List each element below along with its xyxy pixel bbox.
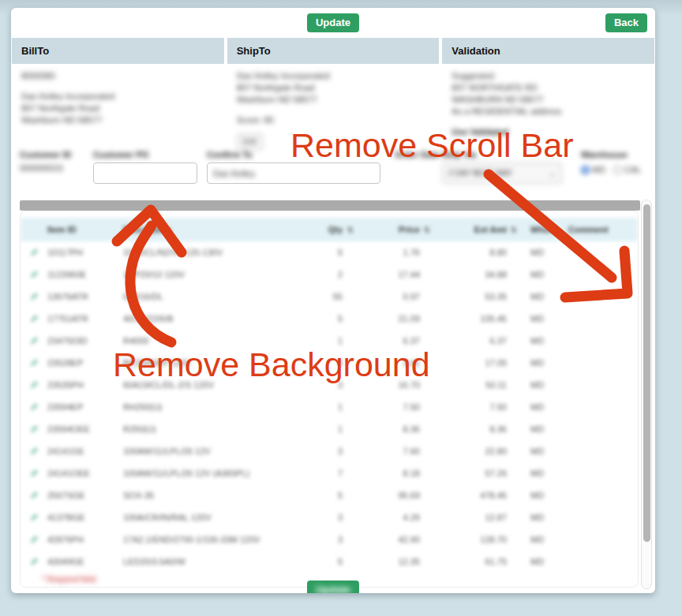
edit-row-icon[interactable]: ✎ bbox=[21, 534, 47, 546]
billto-address: 8000080 Dan Kelley Incorporated 807 Nort… bbox=[12, 64, 224, 149]
cell-description: R4000 bbox=[123, 336, 297, 345]
col-description[interactable]: Description bbox=[123, 225, 297, 234]
table-body: ✎ 10117PH 1016/CL/N2/V6 120-130V 5 1.76 … bbox=[21, 241, 638, 573]
customer-id-label: Customer ID bbox=[20, 150, 71, 159]
edit-row-icon[interactable]: ✎ bbox=[21, 379, 47, 391]
table-row: ✎ 2567SGE SOX-35 5 95.69 478.45 MD bbox=[21, 484, 638, 506]
col-ext-amt[interactable]: Ext Amt bbox=[434, 225, 507, 234]
edit-row-icon[interactable]: ✎ bbox=[21, 446, 47, 457]
cell-price: 95.69 bbox=[358, 491, 420, 500]
shipto-line: Washburn ND 58577 bbox=[237, 94, 440, 106]
warehouse-field: Warehouse MD CAL bbox=[581, 150, 642, 174]
edit-row-icon[interactable]: ✎ bbox=[21, 490, 47, 502]
edit-row-icon[interactable]: ✎ bbox=[21, 313, 47, 325]
warehouse-radio-cal[interactable]: CAL bbox=[613, 165, 641, 174]
confirm-to-label: Confirm To bbox=[207, 150, 380, 159]
edit-row-icon[interactable]: ✎ bbox=[21, 401, 47, 413]
cell-item-id: 10117PH bbox=[47, 248, 123, 257]
billto-account: 8000080 bbox=[21, 70, 224, 82]
cell-price: 7.60 bbox=[358, 446, 420, 456]
col-item-id[interactable]: Item ID bbox=[47, 225, 123, 234]
table-row: ✎ 43049GE LED20/3.5A0/W 5 12.35 61.75 MD bbox=[21, 551, 638, 573]
cell-qty: 7 bbox=[297, 469, 343, 478]
validation-line: 807 NORTHGATE RD bbox=[452, 82, 654, 94]
table-header-row: Item ID Description Qty ⇅ Price ⇅ Ext Am… bbox=[21, 218, 638, 241]
cell-item-id: 24141GE bbox=[47, 446, 123, 456]
table-row: ✎ 2347503D R4000 1 6.37 6.37 MD bbox=[21, 330, 638, 352]
vertical-scrollbar-thumb[interactable] bbox=[643, 204, 650, 542]
cell-ext-amt: 53.35 bbox=[434, 292, 507, 301]
shipto-edit-button[interactable]: Edit bbox=[237, 133, 263, 150]
warehouse-option-label: CAL bbox=[624, 165, 641, 174]
cell-price: 42.90 bbox=[358, 535, 420, 544]
cell-whse: MD bbox=[521, 535, 562, 544]
edit-row-icon[interactable]: ✎ bbox=[21, 269, 47, 281]
cell-qty: 5 bbox=[297, 491, 343, 500]
cell-qty: 3 bbox=[297, 446, 343, 456]
bottom-update-label: Update bbox=[316, 584, 350, 593]
validation-address: Suggested: 807 NORTHGATE RD WASHBURN ND … bbox=[442, 64, 654, 149]
confirm-to-input[interactable]: Dan Kelley bbox=[207, 162, 380, 184]
back-button[interactable]: Back bbox=[605, 13, 647, 32]
section-headers: BillTo ShipTo Validation bbox=[12, 38, 654, 64]
top-toolbar: Update Back bbox=[11, 8, 655, 38]
cell-price: 1.76 bbox=[358, 248, 420, 257]
edit-row-icon[interactable]: ✎ bbox=[21, 247, 47, 259]
cell-whse: MD bbox=[521, 513, 562, 522]
sort-icon[interactable]: ⇅ bbox=[420, 226, 434, 234]
radio-selected-icon bbox=[581, 166, 590, 174]
col-price[interactable]: Price bbox=[358, 225, 420, 234]
cell-whse: MD bbox=[521, 557, 562, 566]
bottom-update-button[interactable]: Update bbox=[307, 581, 359, 593]
cell-price: 8.18 bbox=[358, 469, 420, 478]
use-validated-link[interactable]: Use Validated bbox=[452, 126, 654, 138]
cell-item-id: 4137BGE bbox=[47, 513, 123, 522]
cell-price: 3.41 bbox=[358, 358, 420, 368]
cell-description: BC2835/EP 120V bbox=[123, 358, 297, 368]
edit-row-icon[interactable]: ✎ bbox=[21, 335, 47, 347]
validation-header: Validation bbox=[442, 38, 654, 64]
edit-row-icon[interactable]: ✎ bbox=[21, 468, 47, 480]
required-field-note: * Required field bbox=[42, 575, 96, 584]
col-qty[interactable]: Qty bbox=[297, 225, 343, 234]
items-table: Item ID Description Qty ⇅ Price ⇅ Ext Am… bbox=[21, 218, 638, 573]
cell-whse: MD bbox=[521, 446, 562, 456]
cell-item-id: 1123960E bbox=[47, 270, 123, 279]
cell-qty: 1 bbox=[297, 336, 343, 345]
sort-icon[interactable]: ⇅ bbox=[343, 226, 358, 234]
cell-description: R250(U) bbox=[123, 424, 297, 434]
horizontal-scrollbar[interactable] bbox=[20, 200, 640, 211]
cell-price: 0.97 bbox=[358, 292, 420, 301]
table-row: ✎ 23594EP RH250(U) 1 7.50 7.50 MD bbox=[21, 396, 638, 418]
edit-row-icon[interactable]: ✎ bbox=[21, 556, 47, 568]
cell-item-id: 23594EP bbox=[47, 402, 123, 412]
cell-ext-amt: 34.88 bbox=[434, 270, 507, 279]
cell-item-id: 17751ATR bbox=[47, 314, 123, 323]
edit-row-icon[interactable]: ✎ bbox=[21, 357, 47, 369]
sort-icon[interactable]: ⇅ bbox=[507, 226, 521, 234]
cell-ext-amt: 105.45 bbox=[434, 314, 507, 323]
customer-po-input[interactable] bbox=[93, 162, 197, 184]
cell-whse: MD bbox=[521, 469, 562, 478]
cell-qty: 3 bbox=[297, 535, 343, 544]
warehouse-label: Warehouse bbox=[581, 150, 642, 159]
table-row: ✎ 17751ATR 40/1A/22/6/B 5 21.09 105.45 M… bbox=[21, 308, 638, 330]
edit-row-icon[interactable]: ✎ bbox=[21, 291, 47, 303]
cell-ext-amt: 7.50 bbox=[434, 402, 507, 412]
edit-row-icon[interactable]: ✎ bbox=[21, 424, 47, 435]
warehouse-radio-md[interactable]: MD bbox=[581, 165, 605, 174]
ship-via-select[interactable]: 2 DAY BEST WAY ⌄ bbox=[442, 162, 562, 184]
cell-ext-amt: 8.36 bbox=[434, 424, 507, 434]
shipto-score: Score: 80 bbox=[237, 114, 440, 126]
cell-price: 8.36 bbox=[358, 424, 420, 434]
cell-ext-amt: 6.37 bbox=[434, 336, 507, 345]
update-button[interactable]: Update bbox=[307, 13, 359, 32]
cell-price: 4.29 bbox=[358, 513, 420, 522]
col-whse: Whse bbox=[521, 225, 562, 234]
cell-description: 100A/CR/IN/RAL 120V bbox=[123, 513, 297, 522]
order-card: Update Back BillTo ShipTo Validation 800… bbox=[11, 8, 655, 593]
cell-whse: MD bbox=[521, 270, 562, 279]
cell-item-id: 2567SGE bbox=[47, 491, 123, 500]
cell-whse: MD bbox=[521, 292, 562, 301]
edit-row-icon[interactable]: ✎ bbox=[21, 512, 47, 524]
